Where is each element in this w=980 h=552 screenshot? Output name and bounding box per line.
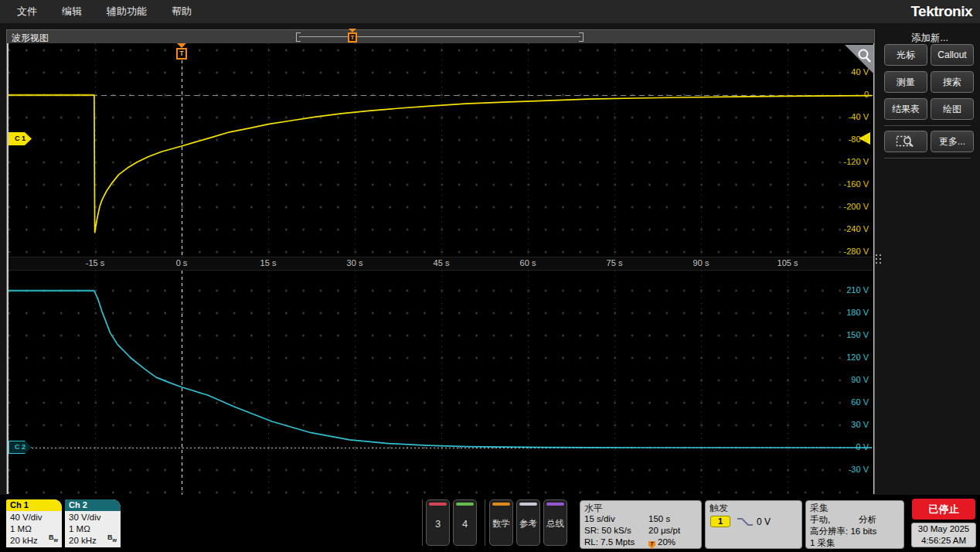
ch2-badge-header: Ch 2: [65, 499, 121, 511]
ch1-badge-body: 40 V/div 1 MΩ 20 kHz Bw: [6, 511, 62, 547]
ch2-bandwidth-limit-icon: Bw: [107, 532, 117, 546]
channel-button-label: 参考: [517, 518, 539, 530]
menu-edit[interactable]: 编辑: [62, 5, 82, 19]
x-tick-label: 30 s: [347, 258, 363, 267]
record-view-line: [299, 36, 580, 37]
callout-button[interactable]: Callout: [931, 44, 974, 66]
plot-button[interactable]: 绘图: [931, 98, 974, 120]
x-tick-label: -15 s: [86, 258, 104, 267]
waveform-view: 波形视图 T T C 1: [6, 29, 875, 494]
c1-y-tick-label: -280 V: [844, 247, 869, 256]
add-new-sidebar: 添加新... 更多... 光标Callout测量搜索结果表绘图: [881, 29, 978, 493]
record-trigger-marker[interactable]: T: [348, 32, 357, 43]
ref-button[interactable]: 参考: [516, 499, 540, 546]
falling-edge-icon: [737, 516, 754, 527]
datetime-display: 30 May 2025 4:56:25 AM: [911, 523, 976, 547]
x-tick-label: 60 s: [520, 258, 536, 267]
channel-color-stripe: [492, 503, 510, 506]
waveform-view-header: 波形视图 T: [7, 30, 874, 44]
c2-y-tick-label: 180 V: [846, 308, 869, 317]
add-new-title: 添加新...: [881, 29, 978, 45]
sidebar-divider: [884, 125, 971, 126]
channel-button-label: 4: [454, 518, 476, 530]
channel-color-stripe: [456, 503, 474, 506]
ch2-badge-body: 30 V/div 1 MΩ 20 kHz Bw: [65, 511, 121, 547]
bottom-plot-c2[interactable]: C 2 210 V180 V150 V120 V90 V60 V30 V0 V-…: [9, 271, 873, 495]
c2-y-tick-label: 0 V: [856, 442, 869, 451]
area-zoom-button[interactable]: [884, 131, 927, 152]
graticule-area: T C 1 40 V0-40 V-80 V-120 V-160 V-200 V-…: [7, 43, 874, 494]
measure-button[interactable]: 测量: [884, 71, 927, 93]
x-tick-label: 15 s: [260, 258, 277, 267]
results-table-button[interactable]: 结果表: [884, 98, 927, 120]
menu-utility[interactable]: 辅助功能: [107, 5, 147, 19]
top-plot-c1[interactable]: T C 1 40 V0-40 V-80 V-120 V-160 V-200 V-…: [9, 43, 873, 257]
c2-y-tick-label: 150 V: [846, 330, 869, 339]
trigger-badge[interactable]: 触发 1 0 V: [705, 500, 802, 549]
bottom-settings-bar: Ch 1 40 V/div 1 MΩ 20 kHz Bw Ch 2 30 V/d…: [0, 495, 980, 552]
c1-y-tick-label: -120 V: [844, 157, 869, 166]
x-tick-label: 105 s: [778, 258, 798, 267]
menu-help[interactable]: 帮助: [172, 5, 192, 19]
trigger-source-badge: 1: [710, 516, 730, 527]
horizontal-sample-rate: SR: 50 kS/s: [584, 526, 631, 535]
x-tick-label: 0 s: [176, 258, 188, 267]
channel-3-button[interactable]: 3: [426, 499, 450, 546]
horizontal-record-length: RL: 7.5 Mpts: [584, 537, 635, 547]
search-button[interactable]: 搜索: [931, 71, 974, 93]
trigger-title: 触发: [706, 501, 801, 515]
channel-color-stripe: [519, 503, 537, 506]
horizontal-resolution: 20 μs/pt: [648, 526, 680, 535]
record-view-bar[interactable]: T: [296, 30, 584, 43]
horizontal-scale: 15 s/div: [584, 514, 615, 523]
record-view-left-bracket: [296, 32, 301, 42]
c1-trace: [9, 95, 872, 233]
acquisition-badge[interactable]: 采集 手动, 分析 高分辨率: 16 bits 1 采集: [805, 500, 904, 549]
c2-y-tick-label: 120 V: [846, 353, 869, 362]
ch1-bandwidth-limit-icon: Bw: [49, 532, 58, 546]
trigger-position-icon: T: [648, 541, 655, 549]
c1-y-tick-label: -200 V: [844, 202, 869, 211]
x-tick-label: 90 s: [693, 258, 709, 267]
menu-file[interactable]: 文件: [17, 5, 37, 19]
divider: [485, 499, 485, 546]
c2-y-tick-label: 60 V: [851, 397, 869, 407]
ch2-scale: 30 V/div: [69, 512, 121, 523]
c2-y-tick-label: 90 V: [851, 375, 869, 384]
ch1-badge[interactable]: Ch 1 40 V/div 1 MΩ 20 kHz Bw: [6, 499, 62, 547]
sidebar-divider: [884, 158, 971, 158]
area-zoom-icon: [896, 135, 916, 148]
math-button[interactable]: 数学: [489, 499, 513, 546]
c2-y-tick-label: -30 V: [849, 465, 869, 474]
channel-button-label: 3: [427, 518, 449, 530]
x-tick-label: 45 s: [434, 258, 450, 267]
c1-y-tick-label: -80 V: [849, 135, 869, 144]
horizontal-badge[interactable]: 水平 15 s/div 150 s SR: 50 kS/s 20 μs/pt R…: [580, 500, 702, 549]
c2-trace: [9, 291, 872, 448]
cursor-button[interactable]: 光标: [884, 44, 927, 66]
divider: [422, 499, 423, 546]
menu-bar: 文件 编辑 辅助功能 帮助 Tektronix: [0, 0, 980, 23]
channel-color-stripe: [546, 503, 564, 506]
channel-4-button[interactable]: 4: [453, 499, 477, 546]
trigger-level: 0 V: [757, 516, 771, 527]
acquisition-detail: 高分辨率: 16 bits: [810, 526, 876, 537]
bus-button[interactable]: 总线: [543, 499, 567, 546]
acquisition-mode: 手动,: [810, 514, 830, 526]
c1-y-tick-label: -240 V: [844, 224, 869, 233]
record-view-right-bracket: [579, 32, 584, 42]
trigger-position-marker[interactable]: T: [176, 48, 187, 60]
more-button[interactable]: 更多...: [931, 131, 974, 152]
tektronix-logo: Tektronix: [910, 3, 972, 20]
horizontal-title: 水平: [580, 501, 701, 515]
acquisition-title: 采集: [806, 501, 903, 515]
acquisition-count: 1 采集: [810, 537, 835, 549]
horizontal-trigger-position: T20%: [648, 537, 675, 549]
c1-y-tick-label: 0: [864, 90, 869, 99]
c2-waveform-svg: [9, 271, 874, 495]
acquisition-analyze: 分析: [859, 514, 876, 526]
ch2-badge[interactable]: Ch 2 30 V/div 1 MΩ 20 kHz Bw: [65, 499, 121, 547]
c1-y-tick-label: -40 V: [849, 112, 869, 121]
c2-y-tick-label: 210 V: [846, 285, 869, 295]
stopped-button[interactable]: 已停止: [912, 499, 975, 520]
